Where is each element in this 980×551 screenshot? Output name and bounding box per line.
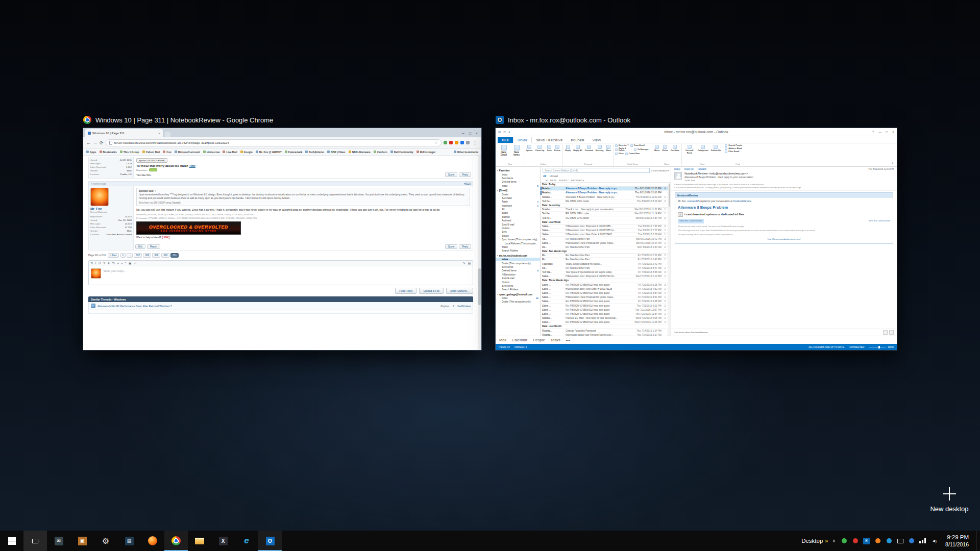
editor-tool-icon[interactable]: ▣ (129, 262, 131, 265)
other-bookmarks-button[interactable]: Other bookmarks (454, 151, 478, 154)
folder-item[interactable]: Sent Items (496, 177, 540, 180)
mail-list-row[interactable]: Sales-... HIDevolution.com: Shipment # 1… (541, 229, 671, 233)
folder-item[interactable]: Spam (496, 211, 540, 215)
zoom-slider-knob[interactable] (878, 346, 880, 348)
ribbon-button[interactable]: Search People (724, 144, 743, 147)
customize-qat-icon[interactable]: ▾ (508, 130, 510, 134)
mail-list-row[interactable]: Sales-... HIDevolution: New Proposal for… (541, 295, 671, 299)
user-link[interactable]: marwan425 (687, 200, 700, 203)
mail-list-row[interactable]: Sales-... HIDevolution.com: New Order # … (541, 233, 671, 237)
nav-item[interactable]: ••• (566, 338, 570, 342)
chrome-window-thumbnail[interactable]: Windows 10 | Page 311... × ─ □ × ← → ⟳ f… (83, 128, 481, 350)
tab-send-receive[interactable]: SEND / RECEIVE (532, 137, 567, 143)
help-link[interactable]: [LINK] (162, 236, 169, 239)
mail-list-row[interactable]: Sales-... Re: P870DM-G 980M SLI heat sin… (541, 304, 671, 308)
new-desktop-button[interactable]: New desktop (916, 487, 980, 513)
maximize-icon[interactable]: □ (886, 130, 888, 134)
ribbon-button[interactable]: Meeting (595, 144, 604, 153)
reply-editor[interactable]: BIUSATt≡•"▣☺ ✎▤ Write your reply... (88, 260, 473, 285)
mail-list-row[interactable]: Date: Two Weeks Ago (541, 249, 671, 254)
forum-url-link[interactable]: http://forum.notebookreview.com/ (678, 238, 890, 241)
message-info-bar[interactable]: If there are problems with how this mess… (671, 182, 897, 191)
editor-tool-icon[interactable]: " (125, 262, 126, 265)
mail-list-row[interactable]: Ted Ke... RE: 980M GPU cooler Thu 8/11/2… (541, 199, 671, 204)
task-view-button[interactable] (23, 531, 47, 551)
user-avatar[interactable] (90, 188, 109, 206)
folder-item[interactable]: Local Failures (This compute... (496, 241, 540, 245)
bookmark-item[interactable]: Futuremark (285, 151, 303, 154)
edit-button[interactable]: Edit (135, 244, 145, 249)
mailbox-scope-dropdown[interactable]: Current Mailbox ▾ (651, 169, 669, 172)
folder-item[interactable]: Inbox 32 (496, 296, 540, 300)
bookmark-item[interactable]: Mr. Fox @ HWBOT (256, 151, 282, 154)
mail-list-row[interactable]: Ro... Re: Need Another Part Fri 7/29/201… (541, 266, 671, 270)
filter-unread-tab[interactable]: Unread (550, 175, 558, 178)
outlook-tray-icon[interactable] (862, 537, 871, 545)
browser-tab[interactable]: Windows 10 | Page 311... × (85, 129, 163, 137)
mail-list-row[interactable]: Date: Three Weeks Ago (541, 279, 671, 283)
sender-name[interactable]: NotebookReview <info@notebookreview.com> (684, 172, 753, 175)
mail-list-row[interactable]: Sales-... Re: P870DM-G 980M SLI heat sin… (541, 320, 671, 324)
editor-tool-icon[interactable]: I (95, 262, 96, 265)
editor-tool-icon[interactable]: ☺ (134, 262, 137, 265)
extension-icon[interactable] (455, 141, 458, 144)
editor-tool-icon[interactable]: • (121, 262, 122, 265)
view-conversation-button[interactable]: View this Conversation (678, 219, 704, 223)
tab-close-icon[interactable]: × (158, 132, 160, 135)
bookmark-item[interactable]: Apps (86, 151, 96, 154)
more-options-button[interactable]: More Options... (446, 288, 473, 294)
see-more-text[interactable]: See more about NotebookReview. (674, 331, 708, 334)
mail-list-row[interactable]: Ted Ke... RE: 980M GPU cooler Wed 8/10/2… (541, 212, 671, 216)
show-hidden-icons-button[interactable]: ∧ (832, 538, 836, 543)
username-link[interactable]: Mr. Fox (90, 207, 132, 211)
similar-thread-row[interactable]: Alienware M14x R1 Performance Down After… (88, 302, 473, 310)
folder-item[interactable]: Junk E-mail (496, 222, 540, 226)
reply-input[interactable]: Write your reply... (104, 268, 126, 283)
show-desktop-button[interactable] (976, 531, 979, 551)
folder-item[interactable]: HIDevolution (496, 273, 540, 277)
ribbon-button[interactable]: Move (653, 144, 660, 153)
undo-icon[interactable]: ↺ (503, 130, 506, 134)
quote-block[interactable]: ajc9988 said: ↑ I just remembered how th… (136, 188, 470, 206)
outlook-window-thumbnail[interactable]: ✉ ↺ ▾ Inbox - mr.fox.rox@outlook.com - O… (496, 128, 897, 350)
filter-all-tab[interactable]: All (543, 175, 546, 178)
quote-button[interactable]: Quote (445, 172, 458, 177)
quote-header[interactable]: ajc9988 said: ↑ (139, 190, 468, 192)
prev-page-button[interactable]: < Prev (108, 253, 119, 258)
bookmark-item[interactable]: Bookmarks (100, 151, 117, 154)
editor-tool-icon[interactable]: ▤ (468, 262, 471, 265)
editor-tool-icon[interactable]: ✎ (463, 262, 465, 265)
report-button[interactable]: Report (147, 244, 160, 249)
mail-list-row[interactable]: Ro... Re: Need Another Part Mon 8/1/2016… (541, 237, 671, 241)
folder-item[interactable]: Steam (496, 234, 540, 238)
reply-all-action[interactable]: Reply All (684, 168, 694, 170)
page-number-button[interactable]: 309 (152, 253, 160, 258)
mail-app-icon[interactable] (47, 531, 70, 551)
mail-list-row[interactable]: Sales-... Re: P870DM-G 980M SLI heat sin… (541, 312, 671, 316)
chrome-window-title[interactable]: Windows 10 | Page 311 | NotebookReview -… (83, 116, 273, 124)
reply-button[interactable]: Reply (459, 172, 471, 177)
extension-icon[interactable] (444, 141, 447, 144)
bookmark-item[interactable]: This 1 Group (120, 151, 139, 154)
antivirus-tray-icon[interactable] (840, 537, 848, 545)
ribbon-button[interactable]: Filter Email (724, 151, 740, 153)
tab-home[interactable]: HOME (513, 137, 532, 143)
folder-item[interactable]: All (496, 208, 540, 211)
nav-item[interactable]: Calendar (512, 338, 527, 342)
display-tray-icon[interactable] (896, 537, 904, 545)
bookmark-item[interactable]: Live Mail (223, 151, 237, 154)
ribbon-button[interactable]: New Email (498, 144, 510, 157)
zoom-control[interactable]: 100% (869, 346, 894, 348)
mail-list-row[interactable]: Sales-... Re: P870DM-G 980M SLI heat sin… (541, 291, 671, 295)
browser-scrollbar[interactable] (478, 156, 481, 350)
page-number-button[interactable]: 311 (170, 253, 179, 258)
ribbon-button[interactable]: Address Book (724, 147, 742, 150)
bluetooth-tray-icon[interactable] (907, 537, 916, 545)
address-bar[interactable]: forum.notebookreview.com/threads/windows… (106, 139, 442, 146)
extension-icon[interactable] (449, 141, 453, 144)
tim-link[interactable]: TIM! (189, 164, 195, 167)
photos-app-icon[interactable] (70, 531, 94, 551)
folder-item[interactable]: Sync Issues (This computer only) (496, 238, 540, 241)
folder-item[interactable]: Junk E-mail (496, 277, 540, 280)
ribbon-button[interactable]: Reply (564, 144, 572, 153)
